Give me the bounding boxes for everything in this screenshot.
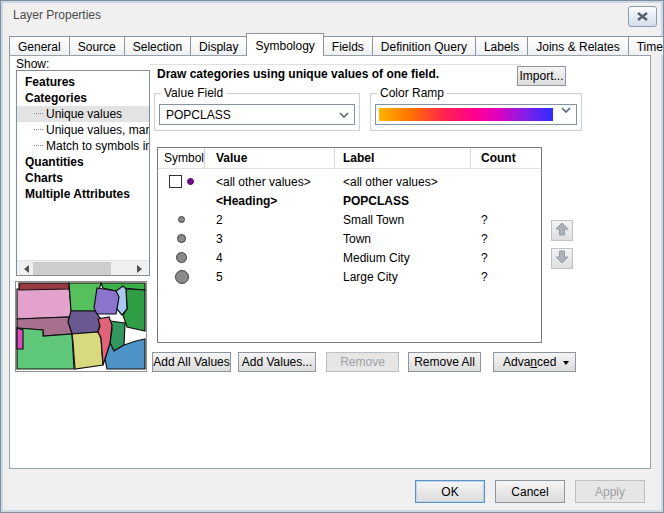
- horizontal-scrollbar[interactable]: [17, 260, 149, 275]
- color-ramp-gradient: [379, 108, 553, 121]
- value-field-group: Value Field POPCLASS: [154, 93, 360, 131]
- arrow-up-icon: [555, 222, 569, 239]
- tree-item-match-symbols[interactable]: Match to symbols in a: [17, 138, 149, 154]
- column-header-label[interactable]: Label: [335, 148, 471, 169]
- color-ramp-group: Color Ramp: [370, 93, 582, 131]
- table-row[interactable]: 4 Medium City ?: [158, 248, 541, 267]
- tree-item-charts[interactable]: Charts: [17, 170, 149, 186]
- table-row[interactable]: <Heading> POPCLASS: [158, 191, 541, 210]
- header-separator: [149, 64, 521, 65]
- add-values-button[interactable]: Add Values...: [238, 352, 316, 372]
- layer-preview-map: [15, 281, 147, 372]
- point-symbol-icon[interactable]: [178, 216, 185, 223]
- tab-general[interactable]: General: [9, 36, 70, 55]
- close-button[interactable]: [628, 6, 657, 27]
- scroll-right-icon[interactable]: [134, 261, 149, 276]
- tab-labels[interactable]: Labels: [475, 36, 528, 55]
- table-row[interactable]: 5 Large City ?: [158, 267, 541, 286]
- method-description: Draw categories using unique values of o…: [157, 67, 512, 81]
- column-header-value[interactable]: Value: [205, 148, 335, 169]
- all-other-values-checkbox[interactable]: [169, 175, 182, 188]
- point-symbol-icon[interactable]: [175, 270, 189, 284]
- tab-page: Show: Features Categories Unique values …: [9, 55, 651, 469]
- value-field-selected-value: POPCLASS: [160, 108, 334, 122]
- point-symbol-icon[interactable]: [176, 252, 187, 263]
- close-icon: [637, 10, 648, 24]
- tree-item-features[interactable]: Features: [17, 74, 149, 90]
- import-button[interactable]: Import...: [517, 66, 566, 86]
- window-title: Layer Properties: [13, 8, 101, 22]
- tab-display[interactable]: Display: [190, 36, 247, 55]
- color-ramp-dropdown[interactable]: [375, 104, 577, 125]
- unique-values-table: Symbol Value Label Count <all other valu…: [157, 147, 542, 343]
- tab-fields[interactable]: Fields: [323, 36, 373, 55]
- ok-button[interactable]: OK: [415, 480, 485, 503]
- value-field-group-label: Value Field: [161, 86, 226, 100]
- menu-caret-icon: [563, 361, 569, 368]
- table-header: Symbol Value Label Count: [158, 148, 541, 169]
- remove-all-button[interactable]: Remove All: [408, 352, 481, 372]
- table-row[interactable]: 3 Town ?: [158, 229, 541, 248]
- tab-strip: General Source Selection Display Symbolo…: [9, 32, 664, 55]
- point-symbol-icon[interactable]: [177, 234, 186, 243]
- layer-properties-dialog: Layer Properties General Source Selectio…: [0, 0, 664, 513]
- advanced-menu-button[interactable]: Advanced: [493, 352, 576, 372]
- tab-selection[interactable]: Selection: [124, 36, 191, 55]
- scrollbar-thumb[interactable]: [33, 262, 111, 275]
- tree-item-categories[interactable]: Categories: [17, 90, 149, 106]
- tab-source[interactable]: Source: [69, 36, 125, 55]
- chevron-down-icon: [334, 112, 354, 118]
- remove-button[interactable]: Remove: [326, 352, 399, 372]
- show-tree-list: Features Categories Unique values Unique…: [16, 70, 150, 276]
- arrow-down-icon: [555, 250, 569, 267]
- tab-definition-query[interactable]: Definition Query: [372, 36, 476, 55]
- map-preview-svg: [16, 282, 146, 371]
- value-field-dropdown[interactable]: POPCLASS: [159, 104, 355, 125]
- tree-item-quantities[interactable]: Quantities: [17, 154, 149, 170]
- move-down-button[interactable]: [551, 248, 573, 269]
- all-other-values-symbol-icon[interactable]: [187, 178, 194, 185]
- apply-button[interactable]: Apply: [575, 480, 645, 503]
- tree-item-unique-values[interactable]: Unique values: [17, 106, 149, 122]
- add-all-values-button[interactable]: Add All Values: [152, 352, 231, 372]
- tree-item-multiple-attributes[interactable]: Multiple Attributes: [17, 186, 149, 202]
- tab-symbology[interactable]: Symbology: [246, 33, 323, 56]
- table-row[interactable]: 2 Small Town ?: [158, 210, 541, 229]
- scroll-left-icon[interactable]: [17, 261, 32, 276]
- tree-item-unique-values-many[interactable]: Unique values, many: [17, 122, 149, 138]
- color-ramp-group-label: Color Ramp: [377, 86, 447, 100]
- show-label: Show:: [16, 57, 49, 71]
- table-row[interactable]: <all other values> <all other values>: [158, 172, 541, 191]
- chevron-down-icon: [556, 107, 576, 113]
- column-header-symbol[interactable]: Symbol: [158, 148, 205, 169]
- column-header-count[interactable]: Count: [471, 148, 527, 169]
- tab-joins-relates[interactable]: Joins & Relates: [527, 36, 628, 55]
- cancel-button[interactable]: Cancel: [495, 480, 565, 503]
- move-up-button[interactable]: [551, 220, 573, 241]
- tab-time[interactable]: Time: [628, 36, 664, 55]
